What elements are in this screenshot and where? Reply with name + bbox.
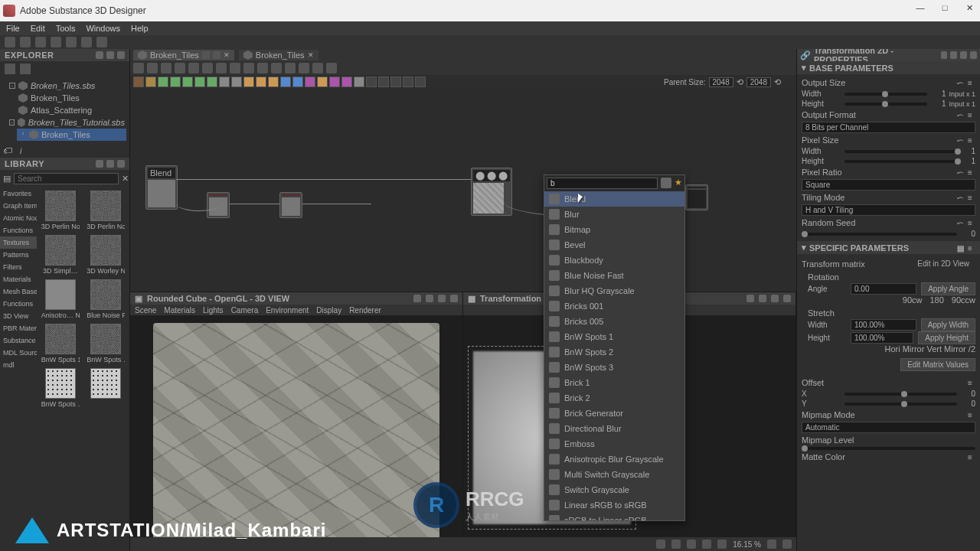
menu-icon[interactable]: ≡: [968, 168, 975, 176]
status-icon[interactable]: [717, 540, 727, 549]
pixel-ratio-dropdown[interactable]: Square: [802, 179, 975, 191]
3d-menu[interactable]: Environment: [266, 306, 309, 315]
lib-cat[interactable]: Functions: [0, 298, 37, 310]
menu-edit[interactable]: Edit: [31, 24, 45, 33]
palette-item[interactable]: [329, 77, 340, 87]
minimize-button[interactable]: —: [913, 3, 928, 18]
lib-thumb[interactable]: Anisotro… Noise: [40, 279, 81, 319]
graph-tool[interactable]: [230, 63, 240, 73]
palette-item[interactable]: [354, 77, 364, 87]
info-icon[interactable]: i: [20, 146, 21, 155]
lib-cat[interactable]: Favorites: [0, 187, 37, 200]
menu-icon[interactable]: ≡: [968, 111, 975, 119]
lib-cat[interactable]: PBR Materials: [0, 322, 37, 334]
palette-item[interactable]: [415, 77, 426, 87]
reset-icon[interactable]: ⤺: [957, 168, 965, 176]
mipmap-dropdown[interactable]: Automatic: [802, 422, 975, 433]
palette-item[interactable]: [133, 77, 144, 87]
palette-item[interactable]: [341, 77, 352, 87]
close-icon[interactable]: [117, 51, 125, 59]
rot-90ccw[interactable]: 90ccw: [952, 295, 975, 305]
graph-tab[interactable]: Broken_Tiles✕: [239, 50, 318, 60]
3d-menu[interactable]: Camera: [231, 306, 259, 315]
graph-tool[interactable]: [299, 63, 309, 73]
dock-icon[interactable]: [426, 295, 433, 302]
lib-cat[interactable]: Functions: [0, 224, 37, 236]
palette-item[interactable]: [305, 77, 315, 87]
menu-icon[interactable]: ≡: [968, 219, 975, 227]
node-search-item[interactable]: Blackbody: [544, 253, 684, 268]
lib-cat[interactable]: Atomic Nodes: [0, 212, 37, 224]
palette-item[interactable]: [158, 77, 168, 87]
palette-item[interactable]: [182, 77, 193, 87]
menu-icon[interactable]: ≡: [968, 453, 975, 461]
lib-cat[interactable]: Patterns: [0, 249, 37, 261]
node-search-item[interactable]: Directional Blur: [544, 421, 684, 436]
tree-graph-selected[interactable]: ›Broken_Tiles: [17, 129, 126, 141]
dock-icon[interactable]: [759, 295, 766, 302]
max-icon[interactable]: [438, 295, 446, 302]
toolbar-button[interactable]: [20, 37, 31, 47]
node-search-item[interactable]: BnW Spots 1: [544, 329, 684, 344]
lib-cat[interactable]: mdl: [0, 359, 37, 371]
toolbar-button[interactable]: [66, 37, 77, 47]
tiling-dropdown[interactable]: H and V Tiling: [802, 204, 975, 216]
node-search-item[interactable]: Blend: [544, 191, 684, 207]
menu-icon[interactable]: ≡: [968, 194, 975, 201]
lib-thumb[interactable]: 3D Simpl…: [40, 235, 81, 275]
node-search-item[interactable]: Brick Generator: [544, 406, 684, 421]
toolbar-button[interactable]: [81, 37, 92, 47]
edit-2d-link[interactable]: Edit in 2D View: [911, 258, 975, 269]
lib-thumb[interactable]: 3D Perlin Noise …: [86, 191, 127, 230]
graph-tab[interactable]: Broken_Tiles✕: [133, 50, 234, 60]
toolbar-button[interactable]: [51, 37, 61, 47]
menu-tools[interactable]: Tools: [56, 24, 76, 33]
rot-180[interactable]: 180: [929, 295, 943, 305]
graph-tool[interactable]: [216, 63, 227, 73]
graph-tool[interactable]: [188, 63, 199, 73]
lib-cat[interactable]: 3D View: [0, 310, 37, 322]
grid-icon[interactable]: [661, 178, 671, 188]
reset-icon[interactable]: ⤺: [957, 136, 965, 144]
palette-item[interactable]: [390, 77, 401, 87]
lib-thumb[interactable]: BnW Spots …: [86, 324, 127, 364]
pin-icon[interactable]: [413, 295, 421, 302]
node-search-item[interactable]: Linear sRGB to sRGB: [544, 497, 684, 513]
pin-icon[interactable]: [96, 160, 103, 168]
explorer-tool[interactable]: [20, 64, 31, 74]
explorer-tool[interactable]: [5, 64, 15, 74]
tree-graph[interactable]: Broken_Tiles: [17, 92, 126, 104]
node-search-item[interactable]: Blue Noise Fast: [544, 268, 684, 283]
graph-tool[interactable]: [147, 63, 158, 73]
edit-matrix-button[interactable]: Edit Matrix Values: [900, 358, 975, 371]
palette-item[interactable]: [292, 77, 303, 87]
pin-icon[interactable]: [746, 295, 754, 302]
menu-icon[interactable]: ≡: [968, 136, 975, 144]
palette-item[interactable]: [317, 77, 328, 87]
close-tab-icon[interactable]: ✕: [224, 51, 230, 59]
refresh-icon[interactable]: ⟲: [774, 77, 781, 87]
angle-input[interactable]: 0.00: [851, 283, 916, 295]
node-search-item[interactable]: Blur: [544, 207, 684, 222]
graph-tool[interactable]: [133, 63, 144, 73]
status-icon[interactable]: [687, 540, 696, 549]
palette-item[interactable]: [378, 77, 389, 87]
status-icon[interactable]: [671, 540, 681, 549]
node-search-item[interactable]: Bricks 005: [544, 314, 684, 329]
palette-item[interactable]: [231, 77, 242, 87]
lib-thumb[interactable]: 3D Perlin Noise …: [40, 191, 81, 230]
graph-tool[interactable]: [271, 63, 282, 73]
node-search-item[interactable]: Brick 1: [544, 375, 684, 390]
menu-windows[interactable]: Windows: [86, 24, 120, 33]
node-search-item[interactable]: Bitmap: [544, 222, 684, 237]
lib-thumb[interactable]: 3D Worley Noise: [86, 235, 127, 275]
status-icon[interactable]: [767, 540, 776, 549]
gear-icon[interactable]: [106, 51, 114, 59]
palette-item[interactable]: [366, 77, 377, 87]
node-search-item[interactable]: Brick 2: [544, 390, 684, 406]
lib-cat-selected[interactable]: Textures: [0, 236, 37, 249]
node-search-item[interactable]: Switch Grayscale: [544, 482, 684, 497]
palette-item[interactable]: [194, 77, 205, 87]
toolbar-button[interactable]: [96, 37, 107, 47]
menu-icon[interactable]: ≡: [968, 411, 975, 419]
